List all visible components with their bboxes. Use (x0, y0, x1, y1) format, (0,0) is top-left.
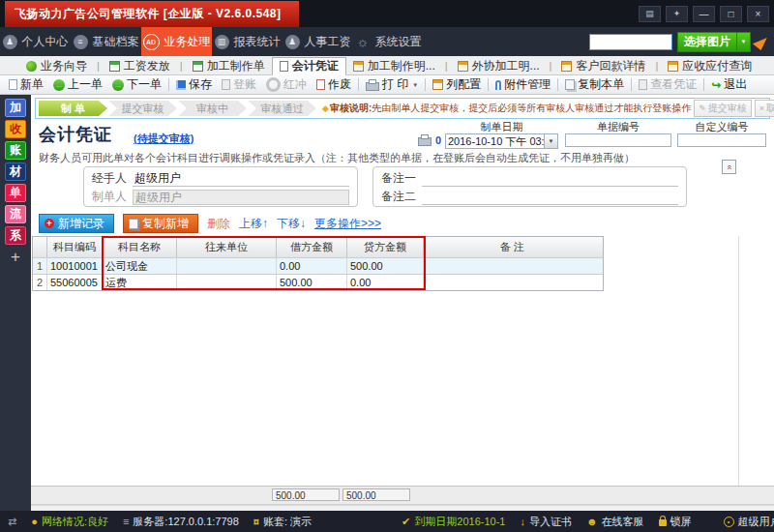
prev-doc-button[interactable]: ← 上一单 (48, 76, 107, 94)
tab-payroll[interactable]: 工资发放 (103, 57, 177, 74)
network-icon: ● (31, 516, 38, 527)
column-config-button[interactable]: 列配置 (428, 76, 486, 94)
tab-customer-payment[interactable]: 客户回款详情 (554, 57, 652, 74)
printer-icon[interactable] (418, 137, 432, 146)
print-count: 0 (418, 133, 441, 146)
support-icon: ☻ (586, 516, 598, 527)
tab-work-order-detail[interactable]: 加工制作明... (346, 57, 442, 74)
nav-report-statistics[interactable]: ▥ 报表统计 (212, 27, 283, 56)
chart-icon: ▥ (215, 35, 229, 49)
copy-add-button[interactable]: 复制新增 (123, 214, 198, 233)
pending-review-link[interactable]: (待提交审核) (134, 132, 194, 146)
wizard-icon (26, 61, 37, 72)
remark1-input[interactable] (422, 171, 678, 187)
notes-icon[interactable]: ▤ (639, 6, 661, 22)
col-remark[interactable]: 备 注 (424, 237, 601, 257)
collapse-form-button[interactable]: « (722, 160, 736, 174)
attachments-button[interactable]: 附件管理 (491, 76, 555, 94)
print-button[interactable]: 打 印 ▼ (361, 76, 423, 94)
sidebar-add-button[interactable]: + (5, 248, 26, 266)
void-icon (316, 79, 325, 90)
void-button[interactable]: 作废 (312, 76, 356, 94)
maximize-button[interactable]: □ (720, 6, 742, 22)
horn-icon[interactable] (753, 33, 769, 50)
new-doc-button[interactable]: 新单 (4, 76, 48, 94)
totals-bar: 500.00 500.00 (31, 486, 774, 505)
sidebar-item-receipt[interactable]: 收 (5, 120, 26, 138)
tab-outsourcing-detail[interactable]: 外协加工明... (451, 57, 547, 74)
lock-screen-button[interactable]: 锁屏 (659, 515, 692, 529)
app-title: 飞扬动力广告公司管理软件 [企业版 - V2.6.0.548] (5, 1, 299, 27)
copy-icon (565, 79, 575, 90)
nav-business-processing[interactable]: AD 业务处理 (141, 27, 212, 56)
sidebar-item-system[interactable]: 系 (5, 226, 26, 245)
custom-number-input[interactable] (677, 133, 766, 147)
workflow-step-create: 制 单 (39, 101, 107, 116)
delete-link[interactable]: 删除 (207, 216, 230, 232)
view-voucher-button: 查看凭证 (634, 76, 701, 94)
minimize-button[interactable]: — (693, 6, 715, 22)
total-debit: 500.00 (272, 488, 340, 501)
sidebar-item-processing[interactable]: 加 (5, 99, 26, 117)
skin-icon[interactable]: ✦ (666, 6, 688, 22)
tab-business-wizard[interactable]: 业务向导 (19, 57, 94, 74)
nav-system-settings[interactable]: ☼ 系统设置 (353, 27, 424, 56)
check-icon: ✔ (402, 516, 410, 528)
chevron-down-icon[interactable]: ▼ (544, 134, 557, 148)
workflow-note: ◆审核说明:先由制单人提交审核，提交后必须等所有审核人审核通过才能执行登账操作 (322, 102, 691, 115)
move-up-link[interactable]: 上移↑ (239, 216, 268, 232)
window-controls: ▤ ✦ — □ × (639, 6, 769, 22)
voucher-content: 制 单 提交审核 审核中 审核通过 ◆审核说明:先由制单人提交审核，提交后必须等… (31, 95, 774, 511)
col-credit[interactable]: 贷方金额 (347, 237, 424, 257)
diamond-icon: ◆ (322, 103, 329, 113)
nav-hr-payroll[interactable]: ♟ 人事工资 (283, 27, 353, 56)
save-button[interactable]: 保存 (171, 76, 217, 94)
maker-input: 超级用户 (133, 190, 349, 205)
handler-group: 经手人 超级用户 制单人 超级用户 (83, 166, 358, 207)
table-row[interactable]: 1 10010001 公司现金 0.00 500.00 (33, 257, 603, 274)
current-user: • 超级用户 (724, 515, 774, 529)
col-debit[interactable]: 借方金额 (277, 237, 347, 257)
close-button[interactable]: × (747, 6, 769, 22)
printer-icon (366, 82, 379, 91)
download-icon: ↓ (520, 516, 525, 527)
entries-grid-area: 科目编码 科目名称 往来单位 借方金额 贷方金额 备 注 1 10010001 … (31, 236, 774, 486)
entries-grid: 科目编码 科目名称 往来单位 借方金额 贷方金额 备 注 1 10010001 … (32, 236, 604, 291)
online-support-button[interactable]: ☻ 在线客服 (586, 515, 644, 529)
chevron-down-icon[interactable]: ▼ (412, 82, 418, 88)
doc-number-field: 单据编号 (565, 121, 671, 147)
remark2-input[interactable] (422, 190, 678, 205)
sidebar-item-flow[interactable]: 流 (5, 205, 26, 223)
image-search-input[interactable] (589, 34, 672, 50)
chevron-down-icon[interactable]: ▼ (736, 33, 750, 51)
sidebar-item-material[interactable]: 材 (5, 163, 26, 181)
table-row[interactable]: 2 55060005 运费 500.00 0.00 (33, 274, 603, 290)
col-subject-name[interactable]: 科目名称 (103, 237, 177, 257)
col-subject-code[interactable]: 科目编码 (47, 237, 103, 257)
pick-image-button[interactable]: 选择图片 ▼ (677, 32, 751, 52)
tab-work-order[interactable]: 加工制作单 (186, 57, 272, 74)
network-status: ● 网络情况:良好 (31, 515, 108, 529)
move-down-link[interactable]: 下移↓ (277, 216, 306, 232)
more-actions-link[interactable]: 更多操作>>> (314, 216, 381, 232)
application-window: 飞扬动力广告公司管理软件 [企业版 - V2.6.0.548] ▤ ✦ — □ … (0, 0, 774, 532)
status-bar: ⇄ ● 网络情况:良好 ≡ 服务器:127.0.0.1:7798 ¤ 账套: 演… (0, 511, 774, 532)
nav-basic-archives[interactable]: ≡ 基础档案 (71, 27, 141, 56)
col-counterparty[interactable]: 往来单位 (177, 237, 277, 257)
handler-input[interactable]: 超级用户 (133, 171, 349, 187)
plus-icon: + (45, 219, 54, 228)
doc-number-input[interactable] (565, 133, 671, 147)
sidebar-item-order[interactable]: 单 (5, 184, 26, 202)
import-cert-button[interactable]: ↓ 导入证书 (520, 515, 572, 529)
tab-accounting-voucher[interactable]: 会计凭证 (272, 57, 346, 75)
total-credit: 500.00 (342, 488, 410, 501)
exit-button[interactable]: ↪ 退出 (706, 76, 752, 94)
next-doc-button[interactable]: → 下一单 (107, 76, 166, 94)
tab-receivable-payable[interactable]: 应收应付查询 (661, 57, 759, 74)
arrow-left-icon: ← (53, 79, 65, 91)
copy-doc-button[interactable]: 复制本单 (560, 76, 629, 94)
sidebar-item-account[interactable]: 账 (5, 141, 26, 160)
add-record-button[interactable]: + 新增记录 (39, 214, 114, 233)
nav-personal-center[interactable]: ♟ 个人中心 (0, 27, 71, 56)
doc-date-dropdown[interactable]: 2016-10-10 下午 03:5 ▼ (445, 133, 558, 149)
